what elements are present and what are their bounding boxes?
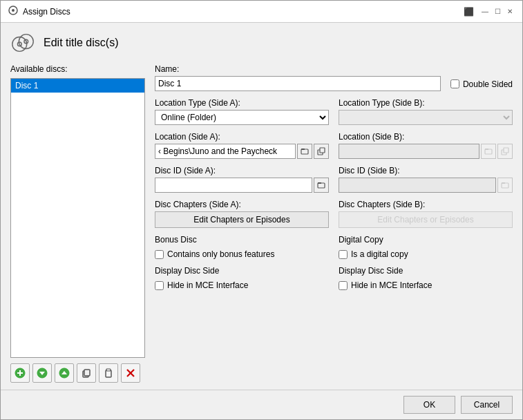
- location-b-copy-button[interactable]: [497, 144, 513, 159]
- bonus-digital-row: Bonus Disc Contains only bonus features …: [155, 235, 513, 259]
- digital-copy-checkbox-group: Is a digital copy: [339, 248, 513, 259]
- location-type-b-select[interactable]: [339, 110, 513, 125]
- left-panel: Available discs: Disc 1: [10, 64, 145, 383]
- available-discs-label: Available discs:: [10, 64, 145, 74]
- move-up-button[interactable]: [55, 363, 74, 383]
- dialog-header: Edit title disc(s): [10, 30, 513, 56]
- monitor-icon: ⬛: [464, 7, 474, 17]
- digital-copy-section-label: Digital Copy: [339, 235, 513, 245]
- edit-chapters-b-button[interactable]: Edit Chapters or Episodes: [339, 211, 513, 228]
- bonus-disc-checkbox[interactable]: [155, 250, 164, 259]
- ok-button[interactable]: OK: [403, 396, 455, 414]
- bonus-disc-section-label: Bonus Disc: [155, 235, 329, 245]
- hide-mce-a-checkbox[interactable]: [155, 281, 164, 290]
- disc-id-b-input[interactable]: [339, 178, 496, 193]
- location-a-browse-button[interactable]: [297, 144, 312, 159]
- location-b-group: Location (Side B):: [339, 132, 513, 159]
- disc-id-a-input-group: [155, 178, 329, 193]
- display-disc-b-section-label: Display Disc Side: [339, 266, 513, 276]
- disc-id-b-label: Disc ID (Side B):: [339, 166, 513, 175]
- bonus-disc-check-label: Contains only bonus features: [167, 249, 274, 259]
- right-panel: Name: Double Sided Location Type (Side A…: [155, 64, 513, 383]
- svg-rect-28: [318, 182, 321, 184]
- content: Edit title disc(s) Available discs: Disc…: [1, 23, 522, 390]
- disc-chapters-b-label: Disc Chapters (Side B):: [339, 200, 513, 209]
- disc-id-row: Disc ID (Side A): Disc ID (Side B):: [155, 166, 513, 193]
- bonus-disc-checkbox-group: Contains only bonus features: [155, 248, 329, 259]
- double-sided-checkbox[interactable]: [450, 79, 459, 88]
- bottom-bar: OK Cancel: [1, 390, 522, 419]
- display-disc-a-group: Display Disc Side Hide in MCE Interface: [155, 266, 329, 290]
- disc-list[interactable]: Disc 1: [10, 78, 145, 358]
- svg-rect-27: [318, 183, 325, 188]
- copy-button[interactable]: [77, 363, 96, 383]
- disc-id-b-input-group: [339, 178, 513, 193]
- location-a-group: Location (Side A):: [155, 132, 329, 159]
- hide-mce-b-checkbox[interactable]: [339, 281, 348, 290]
- location-type-b-label: Location Type (Side B):: [339, 98, 513, 108]
- location-a-input-group: [155, 144, 329, 159]
- location-b-label: Location (Side B):: [339, 132, 513, 142]
- list-toolbar: [10, 361, 145, 383]
- location-a-label: Location (Side A):: [155, 132, 329, 142]
- title-bar: Assign Discs ⬛ — ☐ ✕: [1, 1, 522, 23]
- location-b-input[interactable]: [339, 144, 479, 159]
- window: Assign Discs ⬛ — ☐ ✕ Edit title disc(s): [0, 0, 523, 420]
- disc-chapters-a-group: Disc Chapters (Side A): Edit Chapters or…: [155, 200, 329, 228]
- location-a-copy-button[interactable]: [314, 144, 329, 159]
- svg-rect-22: [320, 148, 325, 153]
- title-icon: [8, 5, 19, 18]
- hide-mce-a-checkbox-group: Hide in MCE Interface: [155, 279, 329, 290]
- location-b-input-group: [339, 144, 513, 159]
- location-type-a-label: Location Type (Side A):: [155, 98, 329, 108]
- digital-copy-group: Digital Copy Is a digital copy: [339, 235, 513, 259]
- svg-rect-23: [485, 149, 492, 154]
- digital-copy-checkbox[interactable]: [339, 250, 348, 259]
- location-b-browse-button[interactable]: [481, 144, 496, 159]
- disc-id-b-group: Disc ID (Side B):: [339, 166, 513, 193]
- disc-chapters-b-group: Disc Chapters (Side B): Edit Chapters or…: [339, 200, 513, 228]
- delete-button[interactable]: [121, 363, 140, 383]
- svg-point-1: [12, 9, 15, 12]
- disc-id-b-button[interactable]: [497, 178, 513, 193]
- minimize-button[interactable]: —: [479, 6, 491, 17]
- location-a-input[interactable]: [155, 144, 296, 159]
- location-type-b-group: Location Type (Side B):: [339, 98, 513, 125]
- svg-rect-29: [502, 183, 508, 188]
- move-down-button[interactable]: [32, 363, 52, 383]
- location-row: Location (Side A): Location (Si: [155, 132, 513, 159]
- close-button[interactable]: ✕: [504, 6, 515, 17]
- display-disc-row: Display Disc Side Hide in MCE Interface …: [155, 266, 513, 290]
- cancel-button[interactable]: Cancel: [461, 396, 513, 414]
- add-disc-button[interactable]: [10, 363, 30, 383]
- svg-rect-19: [301, 149, 308, 154]
- window-title: Assign Discs: [23, 7, 70, 17]
- disc-list-item[interactable]: Disc 1: [11, 79, 144, 93]
- double-sided-group: Double Sided: [450, 64, 513, 91]
- double-sided-label: Double Sided: [463, 79, 513, 89]
- edit-chapters-a-button[interactable]: Edit Chapters or Episodes: [155, 211, 329, 228]
- svg-rect-16: [106, 369, 111, 371]
- disc-id-a-button[interactable]: [314, 178, 329, 193]
- digital-copy-check-label: Is a digital copy: [351, 249, 408, 259]
- maximize-button[interactable]: ☐: [492, 6, 503, 17]
- name-row: Name: Double Sided: [155, 64, 513, 91]
- disc-id-a-label: Disc ID (Side A):: [155, 166, 329, 175]
- title-bar-left: Assign Discs: [8, 5, 70, 18]
- name-input[interactable]: [155, 76, 441, 91]
- disc-id-a-input[interactable]: [155, 178, 312, 193]
- dialog-title: Edit title disc(s): [44, 37, 118, 49]
- location-type-a-select[interactable]: Online (Folder): [155, 110, 329, 125]
- hide-mce-b-label: Hide in MCE Interface: [351, 280, 432, 290]
- paste-button[interactable]: [99, 363, 118, 383]
- name-group: Name:: [155, 64, 441, 91]
- disc-id-a-group: Disc ID (Side A):: [155, 166, 329, 193]
- main-area: Available discs: Disc 1: [10, 64, 513, 383]
- display-disc-a-section-label: Display Disc Side: [155, 266, 329, 276]
- svg-rect-20: [301, 149, 305, 150]
- title-bar-controls: ⬛ — ☐ ✕: [464, 6, 515, 17]
- location-type-a-group: Location Type (Side A): Online (Folder): [155, 98, 329, 125]
- location-type-row: Location Type (Side A): Online (Folder) …: [155, 98, 513, 125]
- bonus-disc-group: Bonus Disc Contains only bonus features: [155, 235, 329, 259]
- display-disc-b-group: Display Disc Side Hide in MCE Interface: [339, 266, 513, 290]
